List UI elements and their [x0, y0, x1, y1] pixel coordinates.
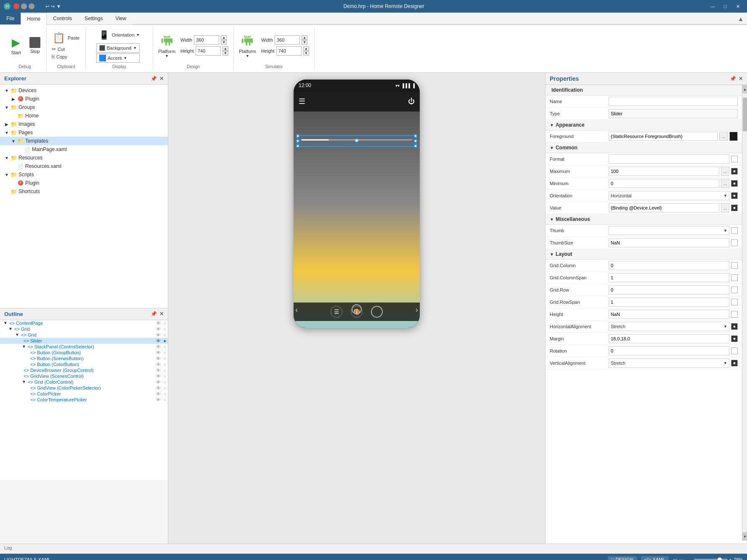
selection-handle-bl[interactable] — [296, 144, 299, 148]
tab-settings[interactable]: Settings — [78, 13, 109, 24]
outline-pin-icon[interactable]: 📌 — [151, 311, 157, 317]
outline-colortemp[interactable]: <> ColorTemperaturePicker 👁 ○ — [0, 397, 168, 403]
tree-plugin1[interactable]: ▶ 🅟 Plugin — [0, 95, 168, 103]
cut-button[interactable]: ✂ Cut — [50, 45, 66, 53]
stop-button[interactable]: Stop — [27, 35, 43, 56]
prop-gridcolspan-input[interactable] — [609, 273, 729, 282]
prop-gridrow-input[interactable] — [609, 285, 729, 295]
gridview-scenes-eye-icon[interactable]: 👁 — [156, 374, 161, 379]
btn-color-dot-icon[interactable]: ○ — [163, 362, 166, 367]
prop-orientation-dropdown[interactable]: Horizontal ▼ — [609, 191, 729, 200]
tree-groups[interactable]: ▼ 📁 Groups — [0, 103, 168, 111]
prop-name-input[interactable] — [609, 97, 738, 106]
hamburger-icon[interactable]: ☰ — [299, 97, 305, 106]
tab-file[interactable]: File — [0, 13, 21, 24]
sim-height-up[interactable]: ▲ — [303, 46, 309, 51]
tab-view[interactable]: View — [109, 13, 132, 24]
images-toggle[interactable]: ▶ — [3, 121, 10, 127]
selection-handle-mr[interactable] — [414, 139, 417, 143]
colortemp-eye-icon[interactable]: 👁 — [156, 397, 161, 402]
stackpanel-toggle[interactable]: ▼ — [22, 344, 26, 349]
prop-height-input[interactable] — [609, 310, 729, 319]
tree-templates[interactable]: ▼ 📁 Templates — [0, 137, 168, 145]
prop-thumbsize-input[interactable] — [609, 238, 729, 247]
prop-value-dots-btn[interactable]: … — [721, 203, 729, 212]
devices-toggle[interactable]: ▼ — [3, 87, 10, 94]
scrollbar-thumb[interactable] — [743, 98, 747, 131]
prop-halign-dropdown[interactable]: Stretch ▼ — [609, 322, 729, 331]
outline-btn-scenes[interactable]: <> Button (ScenesButton) 👁 ○ — [0, 356, 168, 361]
tab-controls[interactable]: Controls — [47, 13, 78, 24]
tree-mainpage[interactable]: 📄 MainPage.xaml — [0, 145, 168, 154]
section-identification[interactable]: Identification — [546, 85, 742, 96]
selection-handle-br[interactable] — [414, 144, 417, 148]
outline-colorpicker[interactable]: <> ColorPicker 👁 ○ — [0, 391, 168, 397]
btn-scenes-dot-icon[interactable]: ○ — [163, 356, 166, 361]
simulator-width-input[interactable]: 360 — [275, 35, 300, 45]
prop-format-checkbox[interactable] — [731, 156, 738, 162]
scripts-toggle[interactable]: ▼ — [3, 171, 10, 178]
selection-handle-tl[interactable] — [296, 134, 299, 138]
prop-valign-checkbox[interactable]: ■ — [731, 360, 738, 366]
prop-height-checkbox[interactable] — [731, 311, 738, 318]
prop-thumb-checkbox[interactable] — [731, 227, 738, 234]
design-height-input[interactable]: 740 — [196, 46, 221, 56]
close-button[interactable]: ✕ — [732, 2, 744, 11]
prop-minimum-input[interactable] — [609, 179, 719, 188]
grid-color-toggle[interactable]: ▼ — [22, 380, 26, 384]
design-platform-button[interactable]: Platform ▼ — [156, 31, 177, 60]
outline-close-icon[interactable]: ✕ — [159, 311, 164, 317]
mainpage-toggle[interactable] — [17, 146, 24, 153]
zoom-minus-icon[interactable]: — — [688, 557, 692, 560]
outline-devicebrowser[interactable]: <> DeviceBrowser (GroupControl) 👁 ○ — [0, 367, 168, 373]
plugin2-toggle[interactable] — [10, 180, 17, 186]
grid-color-eye-icon[interactable]: 👁 — [156, 380, 161, 385]
prop-gridrowspan-checkbox[interactable] — [731, 299, 738, 305]
prop-maximum-checkbox[interactable]: ■ — [731, 168, 738, 175]
explorer-pin-icon[interactable]: 📌 — [151, 76, 157, 82]
contentpage-toggle[interactable]: ▼ — [3, 321, 8, 325]
prop-maximum-input[interactable] — [609, 167, 719, 176]
explorer-close-icon[interactable]: ✕ — [159, 76, 164, 82]
gridview-cp-eye-icon[interactable]: 👁 — [156, 385, 161, 390]
prop-foreground-dots-btn[interactable]: … — [719, 132, 728, 141]
prop-thumb-dropdown[interactable]: ▼ — [609, 226, 729, 235]
tree-pages[interactable]: ▼ 📁 Pages — [0, 128, 168, 137]
tree-images[interactable]: ▶ 📁 Images — [0, 120, 168, 128]
zoom-plus-icon[interactable]: + — [729, 557, 732, 560]
gridview-cp-dot-icon[interactable]: ○ — [163, 385, 166, 390]
outline-contentpage[interactable]: ▼ <> ContentPage 👁 ○ — [0, 320, 168, 326]
design-view-btn[interactable]: □ DESIGN — [608, 556, 637, 560]
contentpage-dot-icon[interactable]: ○ — [163, 321, 166, 326]
outline-btn-color[interactable]: <> Button (ColorButton) 👁 ○ — [0, 361, 168, 367]
scrollbar-up[interactable]: ▲ — [742, 85, 747, 93]
prop-foreground-swatch[interactable] — [729, 132, 738, 141]
templates-toggle[interactable]: ▼ — [10, 138, 17, 144]
prop-gridcol-input[interactable] — [609, 261, 729, 270]
prop-gridrow-checkbox[interactable] — [731, 287, 738, 293]
prop-format-input[interactable] — [609, 154, 729, 164]
groups-toggle[interactable]: ▼ — [3, 104, 10, 111]
grid1-toggle[interactable]: ▼ — [8, 326, 13, 331]
stackpanel-eye-icon[interactable]: 👁 — [156, 344, 161, 349]
outline-btn-group[interactable]: <> Button (GroupButton) 👁 ○ — [0, 350, 168, 356]
selection-handle-tr[interactable] — [414, 134, 417, 138]
resources-toggle[interactable]: ▼ — [3, 154, 10, 161]
orientation-button[interactable]: 📱 Orientation ▼ — [96, 28, 143, 42]
design-width-up[interactable]: ▲ — [221, 35, 227, 40]
section-common[interactable]: ▼ Common — [546, 143, 742, 153]
simulator-platform-button[interactable]: Platform ▼ — [237, 31, 258, 60]
outline-grid2[interactable]: ▼ <> Grid 👁 ○ — [0, 332, 168, 338]
colortemp-dot-icon[interactable]: ○ — [163, 397, 166, 402]
tree-shortcuts[interactable]: 📁 Shortcuts — [0, 187, 168, 196]
grid1-eye-icon[interactable]: 👁 — [156, 326, 161, 332]
shortcuts-toggle[interactable] — [3, 188, 10, 195]
section-appearance[interactable]: ▼ Appearance — [546, 120, 742, 130]
copy-button[interactable]: ⎘ Copy — [50, 53, 69, 61]
prop-valign-dropdown[interactable]: Stretch ▼ — [609, 358, 729, 368]
undo-icon[interactable]: ↩ — [45, 4, 49, 9]
scrollbar-down[interactable]: ▼ — [742, 532, 747, 541]
prop-value-checkbox[interactable]: ■ — [731, 204, 738, 211]
btn-color-eye-icon[interactable]: 👁 — [156, 362, 161, 367]
btn-group-eye-icon[interactable]: 👁 — [156, 350, 161, 355]
